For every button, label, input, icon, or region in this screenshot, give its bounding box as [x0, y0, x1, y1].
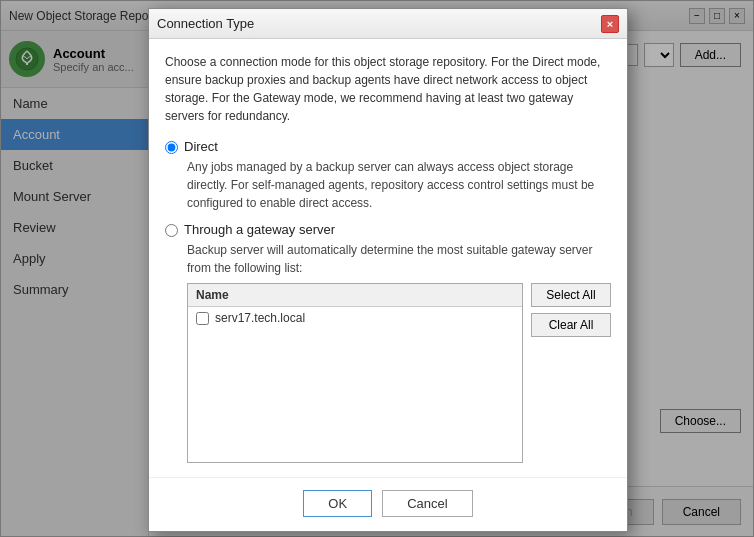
- gateway-btn-group: Select All Clear All: [531, 283, 611, 337]
- server-name-0: serv17.tech.local: [215, 311, 305, 325]
- select-all-button[interactable]: Select All: [531, 283, 611, 307]
- dialog-close-button[interactable]: ×: [601, 15, 619, 33]
- dialog-title: Connection Type: [157, 16, 254, 31]
- gateway-table-header: Name: [188, 284, 522, 307]
- gateway-radio-label[interactable]: Through a gateway server: [184, 222, 335, 237]
- direct-radio-input[interactable]: [165, 141, 178, 154]
- dialog-ok-button[interactable]: OK: [303, 490, 372, 517]
- direct-radio-description: Any jobs managed by a backup server can …: [187, 158, 611, 212]
- direct-radio-option: Direct: [165, 139, 611, 154]
- connection-type-dialog: Connection Type × Choose a connection mo…: [148, 8, 628, 532]
- direct-radio-label[interactable]: Direct: [184, 139, 218, 154]
- dialog-title-bar: Connection Type ×: [149, 9, 627, 39]
- dialog-body: Choose a connection mode for this object…: [149, 39, 627, 477]
- server-checkbox-0[interactable]: [196, 312, 209, 325]
- gateway-radio-input[interactable]: [165, 224, 178, 237]
- gateway-radio-description: Backup server will automatically determi…: [187, 241, 611, 277]
- gateway-radio-option: Through a gateway server: [165, 222, 611, 237]
- dialog-footer: OK Cancel: [149, 477, 627, 531]
- dialog-cancel-button[interactable]: Cancel: [382, 490, 472, 517]
- gateway-area: Name serv17.tech.local Select All Clear …: [187, 283, 611, 463]
- gateway-server-section: Name serv17.tech.local Select All Clear …: [187, 283, 611, 463]
- table-row: serv17.tech.local: [188, 307, 522, 329]
- dialog-description: Choose a connection mode for this object…: [165, 53, 611, 125]
- gateway-server-table: Name serv17.tech.local: [187, 283, 523, 463]
- clear-all-button[interactable]: Clear All: [531, 313, 611, 337]
